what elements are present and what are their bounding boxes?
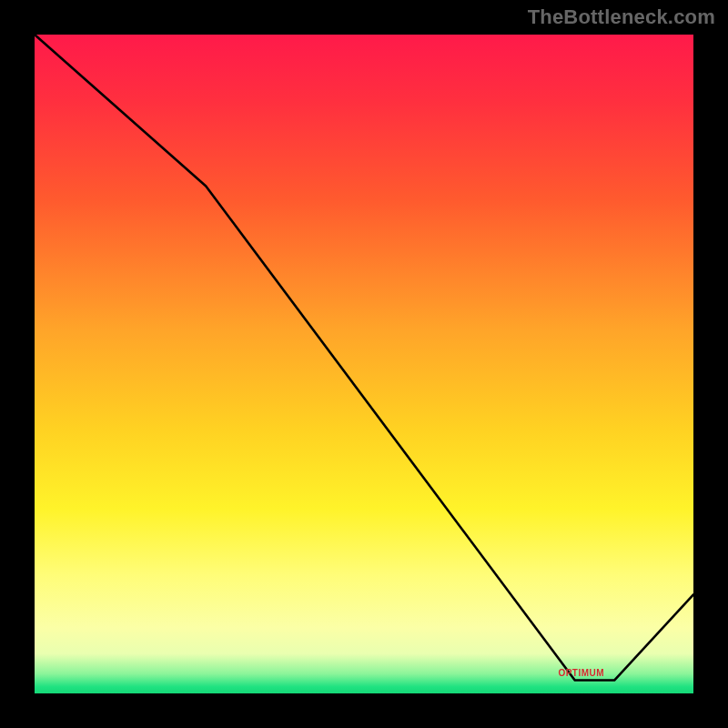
- chart-stage: TheBottleneck.com OPTIMUM: [0, 0, 728, 728]
- minimum-marker-label: OPTIMUM: [558, 668, 604, 678]
- bottleneck-curve-path: [35, 35, 693, 681]
- plot-area: OPTIMUM: [35, 35, 693, 693]
- curve-layer: [35, 35, 693, 693]
- watermark-text: TheBottleneck.com: [528, 5, 715, 29]
